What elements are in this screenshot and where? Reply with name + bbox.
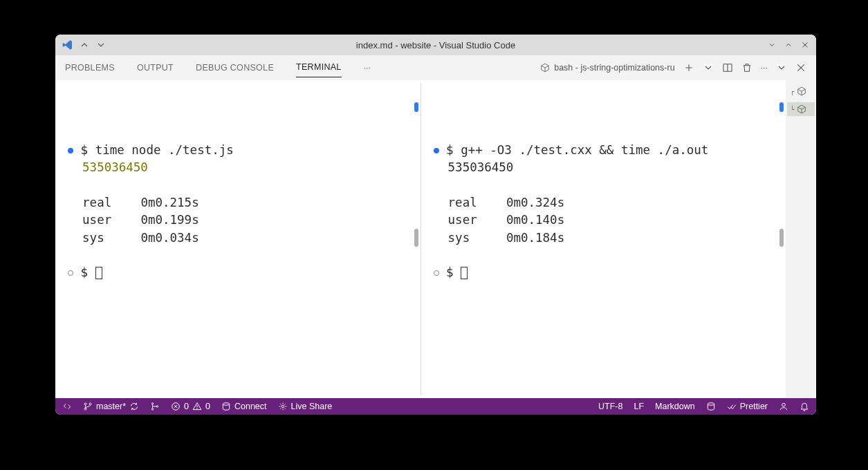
feedback-item[interactable] — [779, 402, 788, 411]
window-title: index.md - website - Visual Studio Code — [55, 40, 816, 50]
tab-terminal[interactable]: TERMINAL — [296, 57, 342, 77]
terminal-cube-icon — [797, 104, 806, 114]
scroll-marker-icon — [779, 102, 784, 112]
window-close-icon[interactable] — [801, 41, 809, 49]
left-output: 535036450 — [82, 160, 148, 174]
panel-chevron-down-icon[interactable] — [776, 62, 787, 73]
terminal-cube-icon — [797, 86, 806, 96]
titlebar: index.md - website - Visual Studio Code — [55, 35, 816, 55]
terminal-thumb-1[interactable]: ┌ — [787, 84, 815, 98]
encoding-item[interactable]: UTF-8 — [598, 402, 622, 411]
live-share-item[interactable]: Live Share — [278, 402, 333, 411]
left-user: 0m0.199s — [140, 213, 198, 227]
right-output: 535036450 — [448, 160, 514, 174]
left-command: time node ./test.js — [95, 143, 234, 157]
notifications-item[interactable] — [800, 402, 809, 411]
panel-close-icon[interactable] — [795, 62, 806, 73]
terminal-thumb-2[interactable]: └ — [787, 102, 815, 116]
time-real-label: real — [448, 196, 477, 209]
svg-point-8 — [84, 403, 86, 405]
terminal-tab-selector[interactable]: bash - js-string-optimizations-ru — [540, 63, 674, 73]
terminal-pane-left[interactable]: $ time node ./test.js 535036450 real 0m0… — [55, 80, 421, 398]
terminal-tabs-gutter: ┌ └ — [786, 80, 816, 398]
database-icon — [706, 402, 716, 411]
scroll-marker-icon — [414, 102, 418, 112]
svg-point-11 — [151, 403, 153, 404]
right-real: 0m0.324s — [506, 196, 564, 209]
prettier-label: Prettier — [740, 402, 768, 411]
terminal-shell-icon — [540, 63, 550, 73]
panel-tabs-bar: PROBLEMS OUTPUT DEBUG CONSOLE TERMINAL ·… — [55, 55, 816, 80]
scrollbar-thumb[interactable] — [779, 229, 784, 247]
prompt-symbol: $ — [446, 265, 454, 279]
right-command: g++ -O3 ./test.cxx && time ./a.out — [461, 143, 708, 157]
terminal-overflow-icon[interactable]: ··· — [761, 63, 768, 73]
panel-overflow-icon[interactable]: ··· — [364, 63, 371, 73]
terminal-dropdown-icon[interactable] — [703, 62, 714, 73]
database-right-item[interactable] — [706, 402, 716, 411]
problems-item[interactable]: 0 0 — [171, 402, 210, 411]
svg-point-13 — [156, 406, 158, 407]
left-sys: 0m0.034s — [140, 231, 198, 245]
svg-point-20 — [281, 405, 284, 408]
right-user: 0m0.140s — [506, 213, 564, 227]
error-icon — [171, 402, 181, 411]
time-user-label: user — [82, 213, 111, 227]
terminal-content: $ time node ./test.js 535036450 real 0m0… — [55, 80, 816, 398]
connect-item[interactable]: Connect — [221, 402, 267, 411]
tree-branch-icon: ┌ — [790, 88, 794, 95]
svg-point-18 — [197, 408, 198, 409]
prompt-symbol: $ — [81, 143, 89, 157]
tab-debug-console[interactable]: DEBUG CONSOLE — [196, 58, 274, 77]
time-sys-label: sys — [82, 231, 104, 245]
cursor-icon — [95, 267, 102, 279]
prompt-active-dot-icon — [68, 148, 73, 153]
person-icon — [779, 402, 788, 411]
time-sys-label: sys — [448, 231, 470, 245]
time-real-label: real — [82, 196, 111, 209]
cursor-icon — [461, 267, 468, 279]
sync-icon — [129, 402, 139, 411]
remote-icon — [62, 402, 72, 411]
vscode-logo-icon — [62, 39, 73, 50]
warning-count: 0 — [205, 402, 210, 411]
statusbar: master* 0 0 Connect Live Share UTF-8 LF … — [55, 398, 816, 415]
window-chevron-down-icon[interactable] — [768, 41, 776, 49]
terminal-pane-right[interactable]: $ g++ -O3 ./test.cxx && time ./a.out 535… — [421, 80, 786, 398]
terminal-tab-label: bash - js-string-optimizations-ru — [554, 63, 674, 73]
delete-terminal-button[interactable] — [741, 62, 752, 73]
menu-chevron-down-icon[interactable] — [95, 39, 107, 50]
split-terminal-button[interactable] — [722, 62, 733, 73]
new-terminal-button[interactable] — [683, 62, 694, 73]
branch-name: master* — [96, 402, 126, 411]
language-item[interactable]: Markdown — [655, 402, 695, 411]
live-share-icon — [278, 402, 288, 411]
svg-point-10 — [89, 403, 91, 405]
tab-problems[interactable]: PROBLEMS — [65, 58, 115, 77]
git-branch-item[interactable]: master* — [83, 402, 139, 411]
tab-output[interactable]: OUTPUT — [137, 58, 174, 77]
prettier-item[interactable]: Prettier — [727, 402, 768, 411]
prompt-idle-dot-icon — [434, 270, 439, 276]
git-branch-icon — [83, 402, 93, 411]
svg-point-12 — [151, 408, 153, 410]
menu-chevron-up-icon[interactable] — [79, 39, 90, 50]
live-share-label: Live Share — [291, 402, 333, 411]
svg-point-19 — [223, 403, 229, 406]
remote-indicator[interactable] — [62, 402, 72, 411]
connect-label: Connect — [234, 402, 267, 411]
eol-item[interactable]: LF — [634, 402, 644, 411]
prompt-active-dot-icon — [434, 148, 439, 153]
svg-point-21 — [708, 403, 714, 406]
git-graph-item[interactable] — [150, 402, 160, 411]
bell-icon — [800, 402, 809, 411]
scrollbar-thumb[interactable] — [414, 229, 418, 247]
vscode-window: index.md - website - Visual Studio Code … — [55, 35, 816, 415]
warning-icon — [192, 402, 202, 411]
window-chevron-up-icon[interactable] — [784, 41, 793, 49]
check-double-icon — [727, 402, 737, 411]
git-graph-icon — [150, 402, 160, 411]
time-user-label: user — [448, 213, 477, 227]
right-sys: 0m0.184s — [506, 231, 564, 245]
error-count: 0 — [184, 402, 189, 411]
